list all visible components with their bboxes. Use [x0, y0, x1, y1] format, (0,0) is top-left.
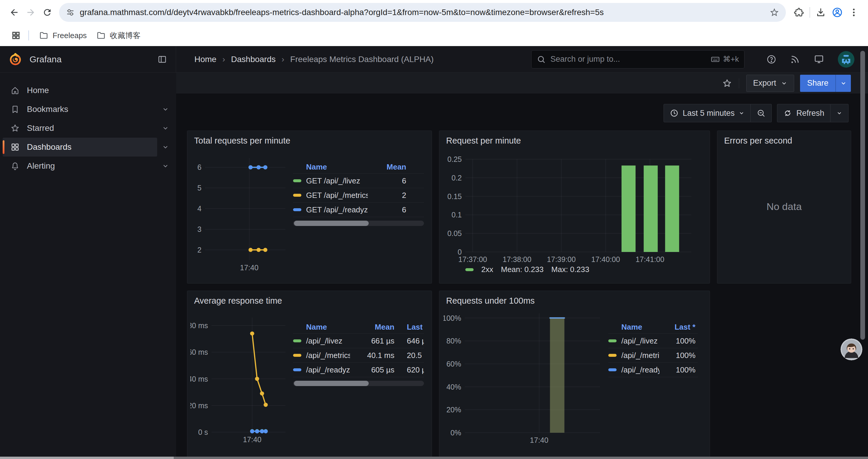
legend-col-name[interactable]: Name: [293, 162, 368, 172]
series-name[interactable]: GET /api/_/livez: [306, 176, 368, 186]
page-horizontal-scrollbar[interactable]: [0, 457, 868, 459]
sidebar-link-home[interactable]: Home: [3, 81, 169, 100]
legend-horizontal-scrollbar[interactable]: [293, 381, 424, 386]
share-menu-button[interactable]: [836, 75, 851, 92]
chevron-down-icon[interactable]: [162, 162, 169, 169]
apps-grid-icon[interactable]: [8, 27, 24, 44]
panel-title[interactable]: Errors per second: [717, 131, 851, 145]
legend-col-last[interactable]: Last *: [407, 323, 424, 332]
scrollbar-thumb[interactable]: [0, 457, 174, 459]
forward-button[interactable]: [23, 4, 39, 21]
chevron-down-icon[interactable]: [162, 143, 169, 151]
search-input[interactable]: Search or jump to... ⌘+k: [531, 50, 745, 68]
browser-menu-icon[interactable]: [845, 4, 862, 21]
panel-title[interactable]: Total requests per minute: [187, 131, 432, 145]
breadcrumb-home[interactable]: Home: [194, 55, 217, 64]
user-avatar[interactable]: [838, 51, 855, 68]
breadcrumb-dashboards[interactable]: Dashboards: [231, 55, 276, 64]
panel-title[interactable]: Requests under 100ms: [439, 291, 710, 306]
legend-row[interactable]: GET /api/_/metrics2: [293, 188, 424, 203]
timeseries-chart[interactable]: 80 ms60 ms40 ms20 ms0 s17:40: [190, 307, 288, 446]
legend-row[interactable]: /api/_/readyz100%: [608, 363, 698, 377]
refresh-interval-button[interactable]: [831, 104, 848, 122]
site-settings-icon[interactable]: [66, 8, 75, 17]
address-bar[interactable]: grafana.mathmast.com/d/deytv4rwavabkb/fr…: [59, 3, 786, 22]
legend-row[interactable]: /api/_/metrics100%: [608, 348, 698, 363]
profile-icon[interactable]: [829, 4, 845, 21]
reload-button[interactable]: [39, 4, 56, 21]
refresh-button[interactable]: Refresh: [777, 104, 831, 122]
series-name[interactable]: GET /api/_/metrics: [306, 191, 368, 200]
bookmark-star-icon[interactable]: [769, 7, 779, 18]
bar-chart[interactable]: 0.250.20.150.10.05017:37:0017:38:0017:39…: [446, 146, 703, 264]
bookmark-folder-blogs[interactable]: 收藏博客: [92, 29, 145, 42]
panel-errors-per-second[interactable]: Errors per second No data: [717, 131, 851, 284]
svg-text:0: 0: [458, 248, 462, 256]
sidebar-toggle-icon[interactable]: [157, 55, 167, 64]
svg-text:80%: 80%: [446, 337, 461, 345]
scrollbar-thumb[interactable]: [294, 221, 369, 226]
page-vertical-scrollbar[interactable]: [860, 51, 865, 340]
legend-row[interactable]: /api/_/livez100%: [608, 334, 698, 348]
series-name[interactable]: /api/_/readyz: [621, 365, 659, 374]
legend-horizontal-scrollbar[interactable]: [293, 221, 424, 226]
series-name[interactable]: /api/_/livez: [621, 336, 659, 346]
series-name[interactable]: /api/_/metrics: [306, 351, 350, 360]
panel-total-requests-per-minute[interactable]: Total requests per minute 6543217:40 Nam…: [187, 131, 432, 284]
sidebar-link-bookmarks[interactable]: Bookmarks: [3, 100, 157, 119]
panel-title[interactable]: Request per minute: [439, 131, 710, 145]
series-name[interactable]: /api/_/metrics: [621, 351, 659, 360]
legend-row[interactable]: GET /api/_/livez6: [293, 174, 424, 188]
panel-legend[interactable]: 2xx Mean: 0.233 Max: 0.233: [465, 265, 703, 274]
legend-col-value[interactable]: Mean: [350, 323, 395, 332]
time-range-picker[interactable]: Last 5 minutes: [663, 104, 751, 122]
series-name[interactable]: /api/_/livez: [306, 336, 350, 346]
zoom-out-button[interactable]: [751, 104, 772, 122]
news-rss-icon[interactable]: [790, 54, 800, 64]
timeseries-chart[interactable]: 6543217:40: [190, 147, 288, 273]
legend-col-name[interactable]: Name: [293, 323, 350, 332]
sidebar-link-dashboards[interactable]: Dashboards: [3, 138, 157, 157]
panel-requests-under-100ms[interactable]: Requests under 100ms 100%80%60%40%20%0%1…: [439, 291, 710, 459]
time-controls: Last 5 minutes R: [176, 94, 868, 122]
series-value: 100%: [659, 351, 698, 360]
sidebar-item-label: Alerting: [27, 161, 55, 171]
series-last-value: 20.5 ms: [407, 351, 424, 360]
panel-average-response-time[interactable]: Average response time 80 ms60 ms40 ms20 …: [187, 291, 432, 459]
kiosk-monitor-icon[interactable]: [814, 54, 824, 65]
help-icon[interactable]: [766, 54, 776, 64]
export-button[interactable]: Export: [746, 75, 794, 92]
favorite-star-icon[interactable]: [722, 78, 732, 88]
scrollbar-thumb[interactable]: [294, 381, 369, 386]
svg-text:17:38:00: 17:38:00: [502, 255, 531, 263]
bookmarks-divider: [28, 30, 29, 40]
url-text[interactable]: grafana.mathmast.com/d/deytv4rwavabkb/fr…: [80, 8, 769, 17]
sidebar-item-starred: Starred: [3, 119, 169, 138]
grafana-logo[interactable]: [9, 53, 22, 66]
bar-chart[interactable]: 100%80%60%40%20%0%17:40: [443, 307, 603, 446]
legend-col-name[interactable]: Name: [608, 323, 659, 332]
chevron-down-icon[interactable]: [162, 125, 169, 132]
grafana-header: Grafana Home › Dashboards › Freeleaps Me…: [0, 46, 868, 73]
downloads-icon[interactable]: [812, 4, 829, 21]
panel-title[interactable]: Average response time: [187, 291, 432, 306]
sidebar-link-starred[interactable]: Starred: [3, 119, 157, 138]
chevron-down-icon[interactable]: [162, 106, 169, 113]
legend-row[interactable]: /api/_/metrics40.1 ms20.5 ms: [293, 348, 424, 363]
panel-request-per-minute[interactable]: Request per minute 0.250.20.150.10.05017…: [439, 131, 710, 284]
bookmark-folder-freeleaps[interactable]: Freeleaps: [34, 29, 92, 42]
sidebar-link-alerting[interactable]: Alerting: [3, 157, 157, 175]
legend-col-value[interactable]: Mean: [368, 162, 424, 172]
back-button[interactable]: [6, 4, 23, 21]
series-name[interactable]: GET /api/_/readyz: [306, 205, 368, 215]
legend-row[interactable]: /api/_/readyz605 µs620 µs: [293, 363, 424, 377]
legend-row[interactable]: GET /api/_/readyz6: [293, 203, 424, 217]
share-button[interactable]: Share: [800, 75, 836, 92]
series-name[interactable]: /api/_/readyz: [306, 365, 350, 374]
extensions-icon[interactable]: [790, 4, 807, 21]
legend-col-value[interactable]: Last *: [659, 323, 698, 332]
floating-assistant-avatar[interactable]: [840, 338, 862, 360]
dashboard-actions-bar: Export Share: [176, 73, 868, 94]
svg-text:20 ms: 20 ms: [190, 401, 208, 410]
legend-row[interactable]: /api/_/livez661 µs646 µs: [293, 334, 424, 348]
